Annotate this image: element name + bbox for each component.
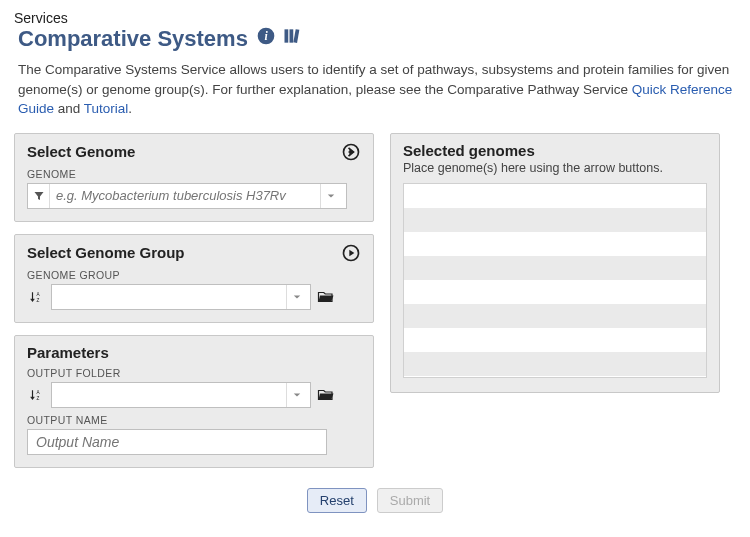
genome-group-dropdown-caret[interactable] bbox=[286, 285, 306, 309]
reference-icon[interactable] bbox=[282, 26, 302, 52]
reset-button[interactable]: Reset bbox=[307, 488, 367, 513]
list-item bbox=[404, 208, 706, 232]
breadcrumb: Services bbox=[14, 10, 736, 26]
genome-group-input[interactable] bbox=[52, 285, 286, 309]
output-folder-label: OUTPUT FOLDER bbox=[27, 367, 361, 379]
output-name-label: OUTPUT NAME bbox=[27, 414, 361, 426]
select-genome-group-title: Select Genome Group bbox=[27, 244, 185, 261]
genome-label: GENOME bbox=[27, 168, 361, 180]
svg-text:Z: Z bbox=[37, 395, 40, 400]
svg-rect-4 bbox=[293, 29, 299, 43]
genome-group-label: GENOME GROUP bbox=[27, 269, 361, 281]
selected-genomes-hint: Place genome(s) here using the arrow but… bbox=[403, 161, 707, 175]
genome-dropdown-caret[interactable] bbox=[320, 184, 340, 208]
intro-part2: and bbox=[54, 101, 84, 116]
select-genome-group-panel: Select Genome Group GENOME GROUP AZ bbox=[14, 234, 374, 323]
selected-genomes-panel: Selected genomes Place genome(s) here us… bbox=[390, 133, 720, 393]
intro-part1: The Comparative Systems Service allows u… bbox=[18, 62, 729, 97]
tutorial-link[interactable]: Tutorial bbox=[84, 101, 129, 116]
form-actions: Reset Submit bbox=[14, 488, 736, 513]
svg-text:A: A bbox=[37, 390, 41, 395]
list-item bbox=[404, 232, 706, 256]
parameters-panel: Parameters OUTPUT FOLDER AZ OUTPUT NAME bbox=[14, 335, 374, 468]
info-icon[interactable]: i bbox=[256, 26, 276, 52]
intro-text: The Comparative Systems Service allows u… bbox=[18, 60, 736, 119]
list-item bbox=[404, 304, 706, 328]
select-genome-panel: Select Genome GENOME bbox=[14, 133, 374, 222]
select-genome-title: Select Genome bbox=[27, 143, 135, 160]
page-title: Comparative Systems i bbox=[18, 26, 736, 52]
list-item bbox=[404, 256, 706, 280]
folder-open-icon[interactable] bbox=[317, 286, 335, 308]
sort-az-icon[interactable]: AZ bbox=[27, 286, 45, 308]
selected-genomes-title: Selected genomes bbox=[403, 142, 707, 159]
submit-button[interactable]: Submit bbox=[377, 488, 443, 513]
svg-rect-2 bbox=[284, 29, 288, 42]
title-text: Comparative Systems bbox=[18, 26, 248, 52]
svg-text:Z: Z bbox=[37, 297, 40, 302]
folder-open-icon-2[interactable] bbox=[317, 384, 335, 406]
list-item bbox=[404, 352, 706, 376]
output-folder-input[interactable] bbox=[52, 383, 286, 407]
output-folder-dropdown-caret[interactable] bbox=[286, 383, 306, 407]
add-genome-button[interactable] bbox=[341, 142, 361, 162]
list-item bbox=[404, 184, 706, 208]
filter-icon[interactable] bbox=[28, 184, 50, 208]
output-name-input[interactable] bbox=[27, 429, 327, 455]
list-item bbox=[404, 280, 706, 304]
svg-text:A: A bbox=[37, 292, 41, 297]
sort-az-icon-2[interactable]: AZ bbox=[27, 384, 45, 406]
intro-part3: . bbox=[128, 101, 132, 116]
svg-rect-3 bbox=[289, 29, 293, 42]
selected-genomes-list[interactable] bbox=[403, 183, 707, 378]
list-item bbox=[404, 328, 706, 352]
parameters-title: Parameters bbox=[27, 344, 109, 361]
add-genome-group-button[interactable] bbox=[341, 243, 361, 263]
genome-input[interactable] bbox=[50, 184, 320, 208]
